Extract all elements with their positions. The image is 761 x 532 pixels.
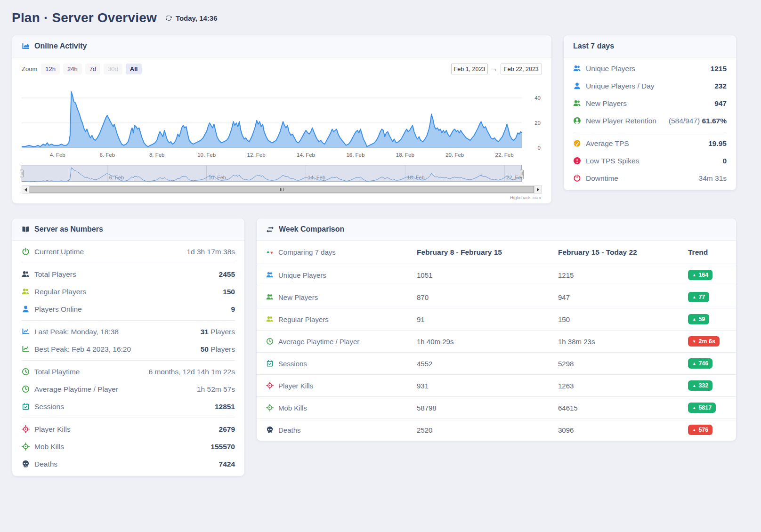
card-title: Online Activity bbox=[34, 42, 87, 50]
stat-value-main: 50 bbox=[201, 345, 209, 353]
trend-badge: ▲746 bbox=[688, 358, 712, 369]
navigator-handle-right[interactable] bbox=[520, 170, 524, 177]
trend-badge: ▲576 bbox=[688, 425, 712, 435]
stat-value-main: 1d 3h 17m 38s bbox=[186, 248, 235, 256]
x-axis-label: 4. Feb bbox=[50, 152, 65, 158]
stat-value: 12851 bbox=[215, 403, 235, 411]
week2-value: 5298 bbox=[558, 360, 688, 368]
card-title: Last 7 days bbox=[573, 42, 614, 50]
week1-value: 58798 bbox=[417, 404, 558, 412]
card-title: Server as Numbers bbox=[34, 225, 103, 234]
card-title: Week Comparison bbox=[279, 225, 344, 234]
row-label: New Players bbox=[278, 293, 318, 301]
tachometer-icon bbox=[573, 139, 581, 147]
power-icon bbox=[573, 174, 581, 182]
stat-value: 1h 52m 57s bbox=[197, 385, 235, 394]
clock-icon bbox=[22, 368, 30, 376]
stat-value: 947 bbox=[714, 99, 727, 108]
trend-value: 746 bbox=[698, 360, 708, 367]
players-online-chart[interactable]: 020404. Feb6. Feb8. Feb10. Feb12. Feb14.… bbox=[22, 77, 542, 161]
plan-dashboard: Plan · Server Overview Today, 14:36 Onli… bbox=[0, 0, 761, 476]
divider bbox=[22, 360, 235, 361]
crosshairs-icon bbox=[22, 425, 30, 433]
power-icon bbox=[22, 248, 30, 256]
scrollbar-thumb[interactable] bbox=[30, 186, 534, 193]
stat-value: 1215 bbox=[711, 64, 727, 73]
zoom-button-12h[interactable]: 12h bbox=[41, 64, 60, 74]
stat-label: New Players bbox=[586, 99, 627, 108]
stat-label: Deaths bbox=[34, 460, 57, 468]
row-label: Sessions bbox=[278, 360, 307, 368]
trend-up-icon: ▲ bbox=[692, 317, 696, 322]
trend-value: 576 bbox=[698, 427, 708, 433]
users-icon bbox=[266, 271, 274, 279]
y-axis-label: 0 bbox=[538, 145, 541, 151]
x-axis-label: 18. Feb bbox=[396, 152, 414, 158]
trend-value: 5817 bbox=[698, 404, 712, 411]
week2-value: 947 bbox=[558, 293, 688, 301]
skull-icon bbox=[266, 426, 274, 434]
scrollbar-right-button[interactable] bbox=[534, 185, 542, 193]
stat-label: Unique Players bbox=[586, 64, 635, 73]
chart-navigator[interactable]: 6. Feb10. Feb14. Feb18. Feb22. Feb bbox=[22, 165, 542, 185]
range-to-input[interactable] bbox=[501, 64, 542, 74]
stat-row-players-online: Players Online9 bbox=[12, 300, 244, 318]
stat-label: Player Kills bbox=[34, 425, 71, 434]
refresh-control[interactable]: Today, 14:36 bbox=[165, 14, 218, 22]
row-label: Player Kills bbox=[278, 382, 313, 390]
stat-label: Last Peak: Monday, 18:38 bbox=[34, 328, 119, 336]
stat-value: 34m 31s bbox=[699, 174, 727, 183]
clock-icon bbox=[22, 385, 30, 393]
stat-row-downtime: Downtime34m 31s bbox=[564, 169, 736, 187]
highcharts-credit[interactable]: Highcharts.com bbox=[22, 195, 541, 200]
trend-cell: ▲59 bbox=[688, 314, 736, 324]
week-comparison-card: Week Comparison Comparing 7 daysFebruary… bbox=[256, 218, 737, 441]
stat-row-deaths: Deaths7424 bbox=[12, 455, 244, 473]
trend-badge: ▲5817 bbox=[688, 403, 716, 413]
calendar-check-icon bbox=[22, 403, 30, 411]
stat-value-main: 150 bbox=[223, 288, 235, 296]
date-range: → bbox=[451, 64, 542, 74]
row-label-cell: Mob Kills bbox=[266, 404, 417, 412]
row-label-cell: Deaths bbox=[266, 426, 417, 434]
stat-label: Low TPS Spikes bbox=[586, 157, 639, 165]
zoom-button-all[interactable]: All bbox=[126, 64, 142, 74]
stat-value-main: 31 bbox=[201, 328, 209, 336]
compare-icon bbox=[266, 249, 274, 256]
stat-value-main: 1215 bbox=[711, 64, 727, 73]
stat-label: Average Playtime / Player bbox=[34, 385, 118, 394]
skull-icon bbox=[22, 460, 30, 468]
trend-cell: ▲746 bbox=[688, 358, 736, 369]
comparing-cell: Comparing 7 days bbox=[266, 248, 417, 256]
week1-column-header: February 8 - February 15 bbox=[417, 248, 558, 257]
trend-badge: ▼2m 6s bbox=[688, 336, 720, 347]
stat-value-main: 1h 52m 57s bbox=[197, 385, 235, 393]
stat-value-main: 12851 bbox=[215, 403, 235, 411]
stat-label: New Player Retention bbox=[586, 117, 656, 125]
stat-row-average-tps: Average TPS19.95 bbox=[564, 135, 736, 152]
trend-cell: ▲332 bbox=[688, 380, 736, 391]
divider bbox=[573, 132, 727, 132]
zoom-button-7d[interactable]: 7d bbox=[85, 64, 100, 74]
zoom-button-24h[interactable]: 24h bbox=[63, 64, 82, 74]
x-axis-label: 12. Feb bbox=[247, 152, 266, 158]
users-icon bbox=[22, 270, 30, 278]
week1-value: 931 bbox=[417, 382, 558, 390]
stat-value-suffix: Players bbox=[209, 328, 235, 336]
navigator-handle-left[interactable] bbox=[20, 170, 24, 177]
scrollbar-track[interactable] bbox=[30, 185, 534, 193]
page-title: Plan · Server Overview bbox=[12, 10, 157, 25]
stat-value-main: 9 bbox=[231, 305, 235, 313]
scrollbar-left-button[interactable] bbox=[22, 185, 30, 193]
row-label-cell: Player Kills bbox=[266, 382, 417, 390]
range-from-input[interactable] bbox=[451, 64, 488, 74]
stat-value: 31 Players bbox=[201, 328, 235, 336]
crosshairs-icon bbox=[22, 443, 30, 451]
user-icon bbox=[573, 82, 581, 90]
week1-value: 870 bbox=[417, 293, 558, 301]
trend-cell: ▼2m 6s bbox=[688, 336, 736, 347]
divider bbox=[22, 320, 235, 321]
x-axis-label: 8. Feb bbox=[149, 152, 165, 158]
y-axis-label: 40 bbox=[534, 95, 541, 101]
week-row-new-players: New Players870947▲77 bbox=[257, 286, 736, 308]
